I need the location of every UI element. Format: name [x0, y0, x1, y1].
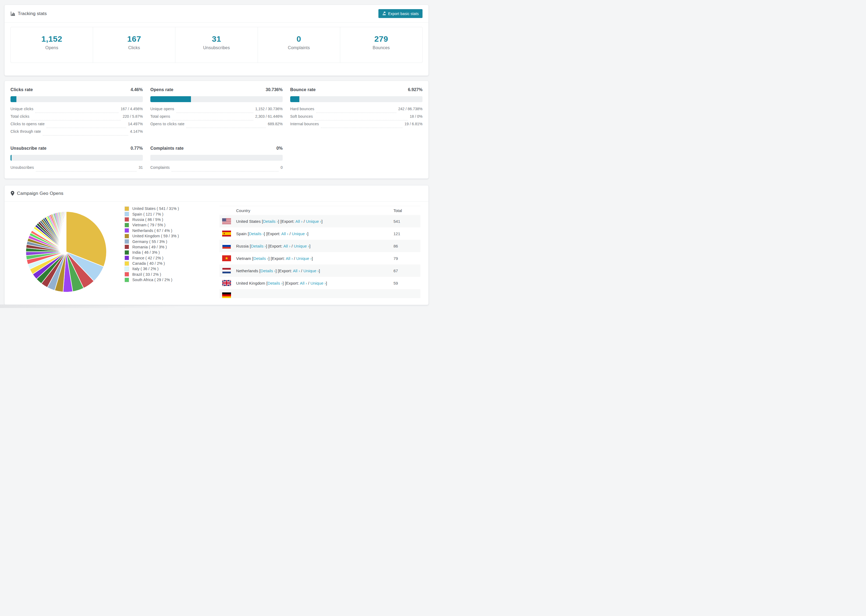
flag-cell — [219, 218, 236, 224]
rate-row-value: 1,152 / 30.736% — [255, 107, 283, 111]
rate-block: Clicks rate 4.46% Unique clicks 167 / 4.… — [11, 87, 143, 137]
stat-box: 0 Complaints — [258, 27, 340, 63]
total-cell: 79 — [394, 256, 420, 261]
rate-rows: Unsubscribes 31 — [11, 165, 143, 173]
rate-row-label: Total opens — [150, 114, 170, 118]
legend-label: Netherlands ( 67 / 4% ) — [132, 228, 172, 233]
legend-swatch — [124, 223, 129, 227]
stat-label: Clicks — [93, 46, 175, 50]
progress-fill — [11, 96, 16, 102]
rate-block: Unsubscribe rate 0.77% Unsubscribes 31 — [11, 146, 143, 173]
legend-item[interactable]: South Africa ( 29 / 2% ) — [124, 277, 179, 283]
export-basic-stats-button[interactable]: Export basic stats — [378, 9, 422, 18]
rate-row: Complaints 0 — [150, 165, 283, 173]
rate-row-value: 14.497% — [128, 122, 143, 126]
legend-item[interactable]: Spain ( 121 / 7% ) — [124, 211, 179, 217]
rate-value: 0% — [277, 146, 283, 151]
rate-row-value: 2,303 / 61.446% — [255, 114, 283, 118]
country-cell: United Kingdom [Details ›] [Export: All … — [236, 281, 394, 285]
flag-cell — [219, 268, 236, 273]
legend-item[interactable]: Brazil ( 33 / 2% ) — [124, 272, 179, 277]
legend-item[interactable]: Russia ( 86 / 5% ) — [124, 217, 179, 222]
legend-item[interactable]: Romania ( 49 / 3% ) — [124, 244, 179, 250]
rate-row-value: 220 / 5.87% — [123, 114, 143, 118]
legend-item[interactable]: Canada ( 40 / 2% ) — [124, 261, 179, 266]
progress-bar — [150, 96, 283, 102]
legend-swatch — [124, 256, 129, 260]
export-unique-link[interactable]: Unique › — [306, 219, 321, 224]
stat-label: Unsubscribes — [175, 46, 257, 50]
legend-item[interactable]: India ( 46 / 3% ) — [124, 250, 179, 255]
rate-title: Complaints rate — [150, 146, 184, 151]
rate-row-label: Unsubscribes — [11, 165, 34, 170]
rate-row-value: 167 / 4.456% — [120, 107, 143, 111]
progress-bar — [290, 96, 422, 102]
legend-label: South Africa ( 29 / 2% ) — [132, 278, 172, 282]
export-unique-link[interactable]: Unique › — [294, 244, 310, 248]
rate-row-value: 0 — [280, 165, 283, 170]
table-body: United States [Details ›] [Export: All ›… — [219, 215, 420, 298]
rate-value: 30.736% — [266, 87, 283, 92]
export-unique-link[interactable]: Unique › — [310, 281, 326, 285]
country-name: Russia — [236, 244, 249, 248]
details-link[interactable]: Details › — [263, 219, 278, 224]
stat-value: 279 — [340, 35, 422, 44]
geo-title: Campaign Geo Opens — [17, 191, 63, 196]
dotted-leader — [36, 171, 137, 171]
legend-label: Spain ( 121 / 7% ) — [132, 212, 164, 216]
geo-opens-pie-chart[interactable] — [24, 210, 108, 294]
legend-item[interactable]: Netherlands ( 67 / 4% ) — [124, 228, 179, 233]
legend-item[interactable]: Vietnam ( 79 / 5% ) — [124, 222, 179, 228]
export-all-link[interactable]: All › — [283, 244, 290, 248]
total-cell: 86 — [394, 244, 420, 248]
table-header-row: Country Total — [219, 206, 420, 215]
legend-item[interactable]: United States ( 541 / 31% ) — [124, 206, 179, 211]
export-all-link[interactable]: All › — [295, 219, 302, 224]
export-all-link[interactable]: All › — [286, 256, 293, 261]
export-unique-link[interactable]: Unique › — [296, 256, 312, 261]
rate-rows: Complaints 0 — [150, 165, 283, 173]
export-unique-link[interactable]: Unique › — [303, 269, 319, 273]
details-link[interactable]: Details › — [251, 244, 266, 248]
tracking-stats-card: Tracking stats Export basic stats 1,152 … — [4, 5, 429, 76]
export-all-link[interactable]: All › — [281, 231, 288, 236]
export-all-link[interactable]: All › — [300, 281, 307, 285]
details-link[interactable]: Details › — [254, 256, 268, 261]
stat-label: Opens — [11, 46, 93, 50]
export-unique-link[interactable]: Unique › — [292, 231, 307, 236]
rate-row: Unsubscribes 31 — [11, 165, 143, 173]
rate-row: Unique clicks 167 / 4.456% — [11, 107, 143, 114]
rate-title: Clicks rate — [11, 87, 33, 92]
legend-label: Brazil ( 33 / 2% ) — [132, 272, 161, 277]
legend-item[interactable]: United Kingdom ( 59 / 3% ) — [124, 233, 179, 239]
flag-cell — [219, 292, 236, 298]
total-cell: 121 — [394, 231, 420, 236]
legend-item[interactable]: Italy ( 36 / 2% ) — [124, 266, 179, 272]
details-link[interactable]: Details › — [261, 269, 276, 273]
rate-row-label: Complaints — [150, 165, 170, 170]
legend-label: India ( 46 / 3% ) — [132, 250, 160, 255]
rate-row-value: 18 / 0% — [409, 114, 422, 118]
dotted-leader — [43, 135, 128, 135]
legend-item[interactable]: Germany ( 55 / 3% ) — [124, 239, 179, 244]
details-link[interactable]: Details › — [268, 281, 283, 285]
rate-rows: Unique clicks 167 / 4.456% Total clicks … — [11, 107, 143, 137]
rate-row: Click through rate 4.147% — [11, 129, 143, 137]
details-link[interactable]: Details › — [249, 231, 264, 236]
export-all-link[interactable]: All › — [293, 269, 300, 273]
legend-swatch — [124, 217, 129, 222]
rate-row-value: 31 — [139, 165, 143, 170]
legend-item[interactable]: France ( 42 / 2% ) — [124, 255, 179, 261]
rate-rows: Unique opens 1,152 / 30.736% Total opens… — [150, 107, 283, 129]
flag-nl-icon — [222, 268, 231, 273]
rate-row: Soft bounces 18 / 0% — [290, 114, 422, 122]
dotted-leader — [316, 113, 397, 113]
legend-swatch — [124, 245, 129, 249]
stat-box: 167 Clicks — [93, 27, 175, 63]
progress-fill — [11, 155, 11, 161]
table-row: Vietnam [Details ›] [Export: All › / Uni… — [219, 252, 420, 264]
country-cell: Netherlands [Details ›] [Export: All › /… — [236, 269, 394, 273]
rate-row: Total clicks 220 / 5.87% — [11, 114, 143, 122]
geo-opens-table: Country Total United States [Details ›] … — [219, 206, 420, 298]
rate-row: Unique opens 1,152 / 30.736% — [150, 107, 283, 114]
